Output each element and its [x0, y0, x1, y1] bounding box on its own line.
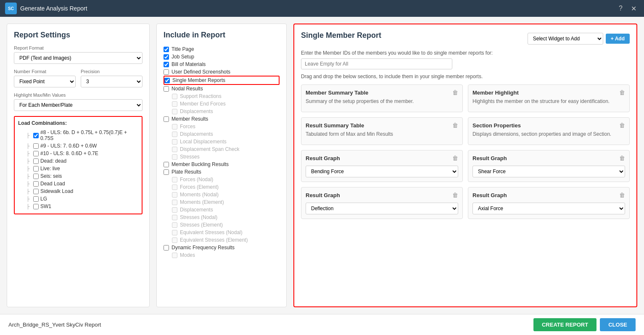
load-combination-checkbox[interactable]	[33, 204, 39, 209]
load-combination-label: Seis: seis	[40, 173, 62, 179]
highlight-select[interactable]: For Each Member/Plate Global None	[14, 99, 143, 111]
drag-hint: Drag and drop the below sections, to inc…	[301, 74, 630, 79]
delete-widget-button[interactable]: 🗑	[619, 122, 625, 129]
widget-card-title: Result Graph	[472, 192, 507, 198]
widget-card: Section Properties 🗑 Displays dimensions…	[468, 117, 630, 145]
highlight-label: Highlight Max/Min Values	[14, 92, 143, 98]
include-label: Job Setup	[172, 54, 194, 60]
include-checkbox	[172, 132, 177, 137]
delete-widget-button[interactable]: 🗑	[452, 155, 458, 161]
delete-widget-button[interactable]: 🗑	[452, 122, 458, 129]
number-format-group: Number Format Fixed Point Scientific	[14, 69, 76, 87]
load-combination-checkbox[interactable]	[33, 174, 39, 179]
include-label: Moments (Nodal)	[180, 192, 219, 198]
include-item: Displacements	[164, 206, 280, 214]
close-button[interactable]: CLOSE	[600, 318, 636, 331]
close-titlebar-button[interactable]: ✕	[628, 3, 639, 14]
load-combination-label: Sidewalk Load	[40, 188, 73, 194]
load-combination-checkbox[interactable]	[33, 189, 39, 194]
include-label: Equivalent Stresses (Element)	[180, 237, 248, 243]
include-label: Moments (Element)	[180, 199, 224, 205]
widget-select-area: Select Widget to Add Member Summary Tabl…	[528, 33, 630, 45]
member-id-input[interactable]	[301, 58, 452, 69]
include-checkbox[interactable]	[164, 78, 170, 83]
number-precision-row: Number Format Fixed Point Scientific Pre…	[14, 69, 143, 92]
include-checkbox[interactable]	[164, 169, 169, 175]
result-graph-select[interactable]: Bending ForceShear ForceDeflectionAxial …	[472, 203, 625, 214]
load-combination-item: ├ #8 - ULS: 6b. D + 0.75L + 0.75(0.7)E +…	[18, 129, 138, 142]
widget-card: Member Highlight 🗑 Highlights the member…	[468, 84, 630, 112]
widget-type-select[interactable]: Select Widget to Add Member Summary Tabl…	[528, 33, 603, 45]
delete-widget-button[interactable]: 🗑	[452, 192, 458, 198]
create-report-button[interactable]: CREATE REPORT	[533, 318, 596, 331]
include-label: Plate Results	[172, 169, 201, 175]
include-label: Displacements	[180, 108, 213, 114]
tree-connector: ├	[25, 189, 32, 194]
precision-select[interactable]: 1 2 3 4 5	[81, 76, 143, 87]
include-label: Support Reactions	[180, 93, 222, 99]
tree-connector: ├	[25, 158, 32, 164]
include-checkbox	[172, 192, 177, 198]
include-checkbox[interactable]	[164, 54, 169, 60]
report-format-label: Report Format	[14, 45, 143, 50]
load-combination-checkbox[interactable]	[33, 181, 39, 187]
load-combinations-box: Load Combinations: ├ #8 - ULS: 6b. D + 0…	[14, 116, 143, 214]
widget-card-header: Section Properties 🗑	[472, 122, 625, 129]
load-combination-checkbox[interactable]	[33, 196, 39, 202]
include-checkbox[interactable]	[164, 62, 169, 67]
include-item: Dynamic Frequency Results	[164, 244, 280, 251]
include-checkbox[interactable]	[164, 86, 169, 92]
include-checkbox	[172, 222, 177, 228]
include-item: Local Displacements	[164, 138, 280, 145]
include-checkbox[interactable]	[164, 116, 169, 122]
widget-card-title: Member Summary Table	[306, 90, 368, 96]
include-checkbox[interactable]	[164, 47, 169, 52]
delete-widget-button[interactable]: 🗑	[619, 192, 625, 198]
include-checkbox[interactable]	[164, 69, 169, 75]
include-checkbox	[172, 124, 177, 129]
add-widget-button[interactable]: + Add	[606, 34, 630, 44]
widget-card-desc: Tabulated form of Max and Min Results	[306, 131, 458, 137]
footer: Arch_Bridge_RS_Yvert SkyCiv Report CREAT…	[0, 314, 644, 335]
include-in-report-panel: Include in Report Title Page Job Setup B…	[156, 24, 287, 307]
include-checkbox	[172, 177, 177, 182]
load-combination-item: ├ Seis: seis	[18, 172, 138, 180]
include-checkbox[interactable]	[164, 245, 169, 251]
report-format-select[interactable]: PDF (Text and Images) PDF (Images Only) …	[14, 52, 143, 64]
delete-widget-button[interactable]: 🗑	[452, 89, 458, 96]
widget-card-title: Result Graph	[472, 155, 507, 161]
widget-card-title: Member Highlight	[472, 90, 519, 96]
logo-text: SC	[8, 6, 14, 11]
include-label: Displacement Span Check	[180, 146, 239, 152]
include-label: Member End Forces	[180, 101, 226, 107]
widget-card-header: Result Graph 🗑	[306, 155, 458, 161]
include-label: Displacements	[180, 131, 213, 137]
single-member-report-panel: Single Member Report Select Widget to Ad…	[293, 24, 637, 307]
include-checkbox	[172, 185, 177, 190]
include-checkbox[interactable]	[164, 162, 169, 167]
highlight-group: Highlight Max/Min Values For Each Member…	[14, 92, 143, 111]
widget-card-header: Result Graph 🗑	[472, 155, 625, 161]
load-combination-item: ├ LG	[18, 195, 138, 203]
result-graph-select[interactable]: Bending ForceShear ForceDeflectionAxial …	[306, 166, 458, 177]
title-bar-left: SC Generate Analysis Report	[5, 3, 87, 14]
help-button[interactable]: ?	[616, 3, 625, 14]
load-combination-checkbox[interactable]	[33, 158, 39, 164]
result-graph-select[interactable]: Bending ForceShear ForceDeflectionAxial …	[306, 203, 458, 214]
include-item: Equivalent Stresses (Nodal)	[164, 229, 280, 236]
delete-widget-button[interactable]: 🗑	[619, 155, 625, 161]
result-graph-select[interactable]: Bending ForceShear ForceDeflectionAxial …	[472, 166, 625, 177]
load-combination-checkbox[interactable]	[33, 133, 39, 138]
widget-card-header: Member Summary Table 🗑	[306, 89, 458, 96]
tree-connector: ├	[25, 151, 32, 156]
include-item: Bill of Materials	[164, 61, 280, 68]
load-combinations-title: Load Combinations:	[18, 120, 138, 126]
load-combination-checkbox[interactable]	[33, 151, 39, 156]
include-item: Member Buckling Results	[164, 161, 280, 168]
footer-filename: Arch_Bridge_RS_Yvert SkyCiv Report	[8, 322, 101, 328]
load-combination-label: Dead: dead	[40, 158, 66, 164]
load-combination-checkbox[interactable]	[33, 166, 39, 171]
number-format-select[interactable]: Fixed Point Scientific	[14, 76, 76, 87]
delete-widget-button[interactable]: 🗑	[619, 89, 625, 96]
load-combination-checkbox[interactable]	[33, 143, 39, 149]
